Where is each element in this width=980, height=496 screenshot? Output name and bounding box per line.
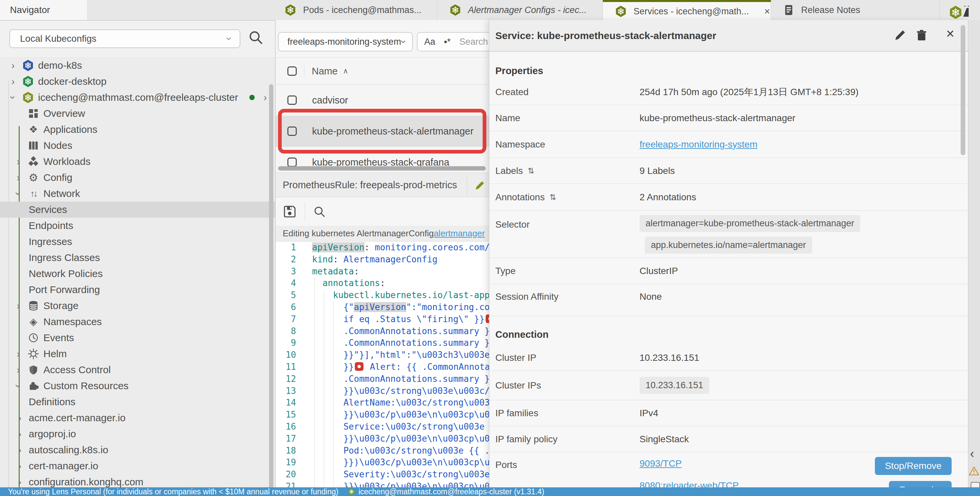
- forward-button[interactable]: Forward...: [889, 481, 951, 487]
- sidebar-item-icecheng-mathmast-com-freeleaps-cluster[interactable]: ›icecheng@mathmast.com@freeleaps-cluster…: [0, 89, 275, 105]
- chevron-right-icon[interactable]: ›: [15, 413, 25, 423]
- search-icon[interactable]: [247, 29, 264, 46]
- code-line-1[interactable]: 1apiVersion: monitoring.coreos.com/v1alp…: [275, 242, 489, 254]
- sidebar-item-configuration-konghq-com[interactable]: ›configuration.konghq.com: [0, 474, 275, 487]
- code-line-5[interactable]: 5 kubectl.kubernetes.io/last-applied-con…: [275, 289, 489, 301]
- code-line-19[interactable]: 19 }})\u003c/p\u003e\n\u003cp\u00: [275, 456, 489, 469]
- sidebar-item-nodes[interactable]: Nodes: [0, 138, 275, 154]
- stop-remove-button[interactable]: Stop/Remove: [875, 457, 951, 475]
- tab-services[interactable]: Services - icecheng@math... ×: [603, 0, 771, 21]
- chevron-right-icon[interactable]: ›: [263, 92, 267, 102]
- sidebar-item-demo-k8s[interactable]: ›demo-k8s: [0, 57, 275, 73]
- code-line-21[interactable]: 21 }}\u003c/p\u003e\n\u003cp\u003: [275, 481, 489, 487]
- code-line-14[interactable]: 14 AlertName:\u003c/strong\u003e {: [275, 397, 489, 409]
- close-icon[interactable]: ×: [764, 6, 770, 16]
- chevron-right-icon[interactable]: ›: [13, 349, 23, 359]
- sidebar-item-overview[interactable]: Overview: [0, 105, 275, 121]
- chevron-down-icon[interactable]: ›: [13, 189, 23, 199]
- code-line-16[interactable]: 16 Service:\u003c/strong\u003e {{: [275, 421, 489, 433]
- trash-icon[interactable]: [915, 29, 928, 42]
- sidebar-item-definitions[interactable]: Definitions: [0, 394, 275, 410]
- code-line-18[interactable]: 18 Pod:\u003c/strong\u003e {{ .Co: [275, 445, 489, 457]
- kubeconfig-select[interactable]: Local Kubeconfigs ›: [10, 29, 240, 48]
- sidebar-item-custom-resources[interactable]: ›Custom Resources: [0, 378, 275, 394]
- row-checkbox[interactable]: [287, 95, 297, 105]
- chevron-right-icon[interactable]: ›: [15, 429, 25, 439]
- tab-pods[interactable]: Pods - icecheng@mathmas...: [272, 0, 437, 20]
- sidebar-item-helm[interactable]: ›Helm: [0, 346, 275, 362]
- regex-icon[interactable]: ▪*: [444, 37, 450, 47]
- search-icon[interactable]: [312, 205, 326, 219]
- namespace-link[interactable]: freeleaps-monitoring-system: [640, 139, 757, 150]
- expand-toggle-icon[interactable]: ⇅: [528, 166, 535, 176]
- chevron-left-icon[interactable]: ‹: [970, 447, 974, 461]
- sidebar-item-argoproj-io[interactable]: ›argoproj.io: [0, 426, 275, 442]
- alertmanager-config-link[interactable]: alertmanager: [434, 228, 485, 238]
- sidebar-item-acme-cert-manager-io[interactable]: ›acme.cert-manager.io: [0, 410, 275, 426]
- chevron-right-icon[interactable]: ›: [13, 173, 23, 183]
- sidebar-item-docker-desktop[interactable]: ›docker-desktop: [0, 73, 275, 89]
- sidebar-item-config[interactable]: ›⚙Config: [0, 170, 275, 186]
- expand-toggle-icon[interactable]: ⇅: [549, 192, 556, 202]
- select-all-checkbox[interactable]: [287, 67, 297, 76]
- sort-asc-icon[interactable]: ∧: [343, 67, 348, 75]
- code-line-4[interactable]: 4 annotations:: [275, 277, 489, 289]
- sidebar-item-namespaces[interactable]: ◈Namespaces: [0, 314, 275, 330]
- horizontal-scrollbar[interactable]: [278, 166, 486, 170]
- warning-icon[interactable]: [969, 466, 979, 476]
- sidebar-item-cert-manager-io[interactable]: ›cert-manager.io: [0, 458, 275, 474]
- code-line-8[interactable]: 8 .CommonAnnotations.summary }}-: [275, 326, 489, 337]
- sidebar-item-workloads[interactable]: ›Workloads: [0, 154, 275, 170]
- code-line-12[interactable]: 12 .CommonAnnotations.summary }}-: [275, 373, 489, 385]
- code-line-13[interactable]: 13 }}\u003c/strong\u003e\u003c/h3: [275, 385, 489, 397]
- sidebar-item-access-control[interactable]: ›Access Control: [0, 362, 275, 378]
- sidebar-item-ingresses[interactable]: Ingresses: [0, 234, 275, 250]
- services-search-box[interactable]: Aa ▪* Search: [417, 32, 489, 51]
- chevron-down-icon[interactable]: ›: [13, 381, 23, 391]
- code-line-17[interactable]: 17 }}\u003c/p\u003e\n\u003cp\u003: [275, 433, 489, 445]
- chevron-down-icon[interactable]: ›: [8, 92, 18, 102]
- tab-release-notes[interactable]: Release Notes: [771, 0, 940, 20]
- sidebar-item-storage[interactable]: ›Storage: [0, 298, 275, 314]
- chevron-right-icon[interactable]: ›: [15, 461, 25, 471]
- sidebar-item-autoscaling-k8s-io[interactable]: ›autoscaling.k8s.io: [0, 442, 275, 458]
- chevron-right-icon[interactable]: ›: [15, 477, 25, 487]
- code-line-10[interactable]: 10 }}"}],"html":"\u003ch3\u003e\u: [275, 349, 489, 361]
- match-case-icon[interactable]: Aa: [424, 37, 435, 47]
- row-checkbox[interactable]: [287, 157, 297, 167]
- drawer-scrollbar[interactable]: [961, 25, 965, 155]
- close-icon[interactable]: ×: [946, 27, 954, 41]
- code-line-9[interactable]: 9 .CommonAnnotations.summary }}-: [275, 337, 489, 349]
- code-line-20[interactable]: 20 Severity:\u003c/strong\u003e {: [275, 469, 489, 481]
- name-column-header[interactable]: Name: [312, 66, 337, 77]
- code-line-7[interactable]: 7 if eq .Status \"firing\" }}: [275, 313, 489, 326]
- tab-alertmanager-configs[interactable]: Alertmanager Configs - icec...: [437, 0, 603, 20]
- edit-icon[interactable]: [474, 179, 486, 192]
- code-line-15[interactable]: 15 }}\u003c/p\u003e\n\u003cp\u003: [275, 409, 489, 421]
- sidebar-item-events[interactable]: Events: [0, 330, 275, 346]
- code-line-3[interactable]: 3metadata:: [275, 266, 489, 278]
- code-line-2[interactable]: 2kind: AlertmanagerConfig: [275, 254, 489, 266]
- sidebar-item-ingress-classes[interactable]: Ingress Classes: [0, 250, 275, 266]
- chevron-right-icon[interactable]: ›: [8, 60, 18, 70]
- sidebar-item-services[interactable]: Services: [0, 202, 275, 218]
- chevron-right-icon[interactable]: ›: [15, 445, 25, 455]
- code-line-11[interactable]: 11 }} Alert: {{ .CommonAnnotations: [275, 361, 489, 373]
- sidebar-item-network-policies[interactable]: Network Policies: [0, 266, 275, 282]
- yaml-editor[interactable]: 1apiVersion: monitoring.coreos.com/v1alp…: [275, 242, 489, 487]
- edit-icon[interactable]: [893, 29, 907, 42]
- namespace-select[interactable]: freeleaps-monitoring-system ›: [278, 32, 413, 51]
- sidebar-item-network[interactable]: ›↑↓Network: [0, 186, 275, 202]
- chevron-right-icon[interactable]: ›: [8, 76, 18, 86]
- port-9093-link[interactable]: 9093/TCP: [640, 458, 682, 469]
- chevron-right-icon[interactable]: ›: [13, 157, 23, 167]
- sidebar-item-port-forwarding[interactable]: Port Forwarding: [0, 282, 275, 298]
- chevron-right-icon[interactable]: ›: [13, 365, 23, 375]
- chevron-right-icon[interactable]: ›: [13, 301, 23, 311]
- port-8080-link[interactable]: 8080:reloader-web/TCP: [640, 480, 739, 487]
- sidebar-scrollbar[interactable]: [269, 84, 274, 493]
- code-line-6[interactable]: 6 {"apiVersion":"monitoring.coreos.com/v…: [275, 301, 489, 313]
- sidebar-item-applications[interactable]: ❖Applications: [0, 121, 275, 138]
- sidebar-item-endpoints[interactable]: Endpoints: [0, 218, 275, 234]
- save-icon[interactable]: [283, 205, 297, 219]
